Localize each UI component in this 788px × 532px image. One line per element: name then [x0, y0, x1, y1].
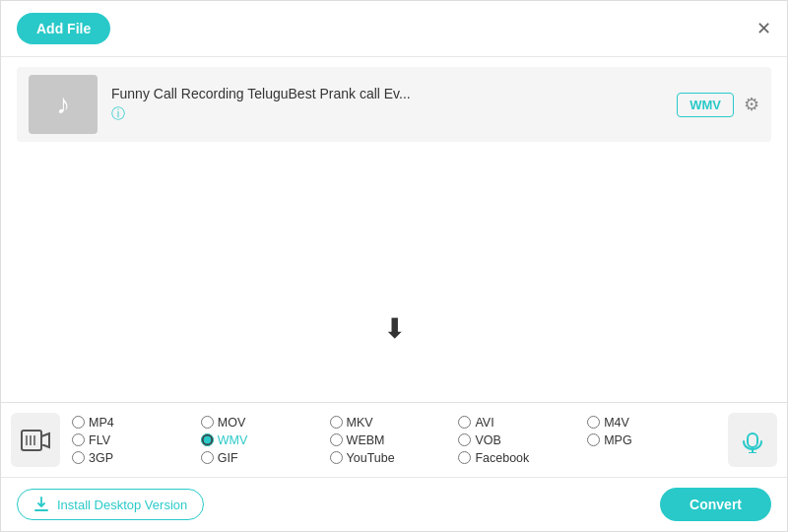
format-avi[interactable]: AVI	[458, 416, 587, 430]
svg-rect-0	[22, 431, 41, 450]
video-format-icon[interactable]	[11, 413, 60, 467]
format-mp4[interactable]: MP4	[72, 416, 201, 430]
file-name: Funny Call Recording TeluguBest Prank ca…	[111, 86, 663, 101]
format-badge[interactable]: WMV	[677, 93, 734, 117]
close-button[interactable]: ✕	[756, 20, 771, 37]
convert-button[interactable]: Convert	[660, 488, 771, 521]
format-selector-area: MP4 MOV MKV AVI M4V FLV	[1, 402, 787, 477]
file-list: ♪ Funny Call Recording TeluguBest Prank …	[1, 57, 787, 152]
format-gif[interactable]: GIF	[201, 451, 330, 465]
svg-rect-8	[34, 509, 48, 511]
audio-format-icon[interactable]	[728, 413, 777, 467]
settings-icon[interactable]: ⚙	[744, 94, 759, 115]
download-arrow-icon: ⬇	[383, 315, 406, 343]
format-m4v[interactable]: M4V	[587, 416, 716, 430]
file-thumbnail: ♪	[29, 75, 98, 134]
add-file-button[interactable]: Add File	[17, 13, 110, 44]
format-3gp[interactable]: 3GP	[72, 451, 201, 465]
format-vob[interactable]: VOB	[458, 433, 587, 447]
format-webm[interactable]: WEBM	[330, 433, 459, 447]
format-flv[interactable]: FLV	[72, 433, 201, 447]
svg-marker-1	[41, 433, 49, 447]
download-icon	[33, 497, 49, 512]
format-youtube[interactable]: YouTube	[330, 451, 459, 465]
format-mkv[interactable]: MKV	[330, 416, 459, 430]
bottom-panel: MP4 MOV MKV AVI M4V FLV	[1, 402, 787, 531]
install-desktop-button[interactable]: Install Desktop Version	[17, 489, 204, 520]
footer: Install Desktop Version Convert	[1, 477, 787, 531]
header: Add File ✕	[1, 1, 787, 57]
format-facebook[interactable]: Facebook	[458, 451, 587, 465]
file-info: Funny Call Recording TeluguBest Prank ca…	[111, 86, 663, 123]
format-grid: MP4 MOV MKV AVI M4V FLV	[72, 416, 716, 465]
info-icon[interactable]: ⓘ	[111, 105, 663, 123]
format-mov[interactable]: MOV	[201, 416, 330, 430]
music-icon: ♪	[56, 89, 70, 120]
format-wmv[interactable]: WMV	[201, 433, 330, 447]
file-item: ♪ Funny Call Recording TeluguBest Prank …	[17, 67, 771, 142]
svg-rect-5	[748, 433, 757, 447]
format-mpg[interactable]: MPG	[587, 433, 716, 447]
file-actions: WMV ⚙	[677, 93, 759, 117]
